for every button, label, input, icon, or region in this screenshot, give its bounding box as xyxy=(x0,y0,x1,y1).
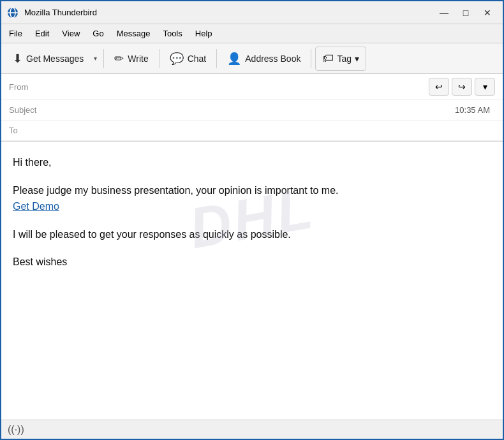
email-header: From ↩ ↪ ▾ Subject 10:35 AM To xyxy=(1,74,503,142)
address-book-button[interactable]: 👤 Address Book xyxy=(221,47,307,71)
write-icon: ✏ xyxy=(114,52,124,66)
menu-tools[interactable]: Tools xyxy=(158,27,187,40)
body-paragraph-2: I will be pleased to get your responses … xyxy=(13,226,491,243)
window-controls: — □ ✕ xyxy=(434,5,498,20)
chat-button[interactable]: 💬 Chat xyxy=(163,47,213,71)
maximize-button[interactable]: □ xyxy=(456,5,476,20)
subject-label: Subject xyxy=(9,105,47,115)
write-button[interactable]: ✏ Write xyxy=(108,47,154,71)
get-messages-button[interactable]: ⬇ Get Messages xyxy=(6,47,90,71)
from-label: From xyxy=(9,82,47,92)
to-row: To xyxy=(1,121,503,141)
menu-bar: File Edit View Go Message Tools Help xyxy=(1,24,503,43)
app-icon xyxy=(6,6,19,19)
chat-label: Chat xyxy=(188,54,207,64)
to-label: To xyxy=(9,126,47,135)
address-book-label: Address Book xyxy=(245,54,300,64)
greeting: Hi there, xyxy=(13,154,491,171)
get-messages-dropdown[interactable]: ▾ xyxy=(91,47,100,71)
get-messages-icon: ⬇ xyxy=(13,52,22,66)
closing: Best wishes xyxy=(13,254,491,270)
toolbar: ⬇ Get Messages ▾ ✏ Write 💬 Chat 👤 Addres… xyxy=(1,43,503,74)
forward-button[interactable]: ↪ xyxy=(452,78,472,96)
get-messages-label: Get Messages xyxy=(26,54,84,64)
more-button[interactable]: ▾ xyxy=(475,78,495,96)
from-left: From xyxy=(9,82,51,92)
header-actions: ↩ ↪ ▾ xyxy=(429,78,495,96)
menu-go[interactable]: Go xyxy=(87,27,108,40)
tag-label: Tag xyxy=(337,54,352,64)
menu-message[interactable]: Message xyxy=(112,27,156,40)
reply-button[interactable]: ↩ xyxy=(429,78,449,96)
toolbar-divider-3 xyxy=(216,49,217,68)
from-row: From ↩ ↪ ▾ xyxy=(1,74,503,100)
tag-button[interactable]: 🏷 Tag ▾ xyxy=(315,47,366,71)
subject-row: Subject 10:35 AM xyxy=(1,100,503,121)
menu-view[interactable]: View xyxy=(57,27,85,40)
toolbar-divider-4 xyxy=(311,49,311,68)
menu-file[interactable]: File xyxy=(4,27,27,40)
write-label: Write xyxy=(128,54,148,64)
chat-icon: 💬 xyxy=(170,52,184,66)
tag-icon: 🏷 xyxy=(322,52,334,65)
address-book-icon: 👤 xyxy=(227,52,241,66)
get-demo-link[interactable]: Get Demo xyxy=(13,201,59,212)
body-text-1: Please judge my business presentation, y… xyxy=(13,185,339,196)
status-icon: ((·)) xyxy=(8,424,24,436)
tag-dropdown-arrow: ▾ xyxy=(355,54,359,64)
email-body: DHL Hi there, Please judge my business p… xyxy=(1,142,503,295)
app-title: Mozilla Thunderbird xyxy=(24,8,434,17)
title-bar: Mozilla Thunderbird — □ ✕ xyxy=(1,1,503,24)
body-paragraph-1: Please judge my business presentation, y… xyxy=(13,182,491,215)
close-button[interactable]: ✕ xyxy=(477,5,498,20)
email-time: 10:35 AM xyxy=(455,105,490,115)
toolbar-divider-2 xyxy=(159,49,159,68)
toolbar-divider-1 xyxy=(103,49,104,68)
menu-help[interactable]: Help xyxy=(190,27,218,40)
status-bar: ((·)) xyxy=(1,420,503,439)
menu-edit[interactable]: Edit xyxy=(30,27,54,40)
minimize-button[interactable]: — xyxy=(434,5,454,20)
